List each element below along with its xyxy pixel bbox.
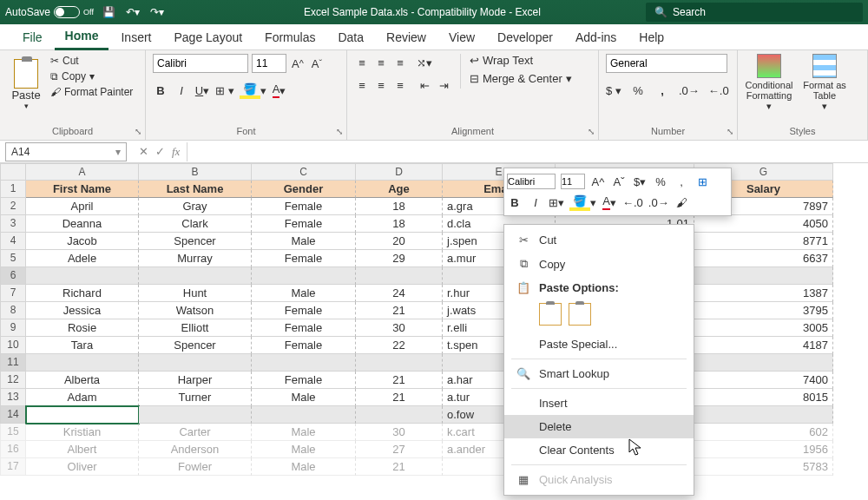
tab-formulas[interactable]: Formulas: [254, 25, 326, 49]
orientation-icon[interactable]: ⤭▾: [417, 54, 432, 71]
formula-input[interactable]: [187, 142, 868, 161]
cell[interactable]: [139, 406, 252, 424]
cell[interactable]: Male: [252, 233, 356, 250]
tab-add-ins[interactable]: Add-ins: [565, 25, 627, 49]
cell[interactable]: 29: [356, 250, 443, 267]
cell[interactable]: Male: [252, 458, 356, 476]
ctx-delete[interactable]: Delete: [504, 415, 694, 438]
cell[interactable]: Jacob: [26, 233, 139, 250]
increase-decimal-icon[interactable]: .0→: [648, 194, 669, 211]
tab-help[interactable]: Help: [628, 25, 674, 49]
cell[interactable]: 18: [356, 198, 443, 215]
cell[interactable]: 4050: [694, 215, 833, 233]
wrap-text-button[interactable]: ↩Wrap Text: [470, 54, 572, 67]
cell[interactable]: 5783: [694, 458, 833, 476]
font-name-select[interactable]: [153, 54, 248, 73]
cell[interactable]: 30: [356, 319, 443, 337]
paste-option-values[interactable]: [569, 303, 591, 326]
tab-developer[interactable]: Developer: [487, 25, 563, 49]
enter-icon[interactable]: ✓: [155, 145, 165, 159]
ctx-clear-contents[interactable]: Clear Contents: [504, 438, 694, 462]
cell[interactable]: [252, 406, 356, 424]
cell[interactable]: Spencer: [139, 233, 252, 250]
format-painter-icon[interactable]: 🖌: [674, 194, 690, 211]
align-right-icon[interactable]: ≡: [392, 76, 408, 94]
cell[interactable]: Rosie: [26, 319, 139, 337]
currency-icon[interactable]: $▾: [632, 173, 648, 190]
dialog-launcher-icon[interactable]: ⤡: [336, 127, 343, 136]
cell[interactable]: Harper: [139, 372, 252, 389]
cell[interactable]: Male: [252, 424, 356, 441]
cell[interactable]: 27: [356, 441, 443, 458]
cell[interactable]: Adele: [26, 250, 139, 267]
row-header[interactable]: 16: [0, 441, 26, 458]
cell[interactable]: Richard: [26, 285, 139, 302]
cell[interactable]: [139, 354, 252, 372]
cell[interactable]: Gender: [252, 181, 356, 198]
decrease-decimal-icon[interactable]: ←.0: [708, 82, 729, 99]
cell[interactable]: 21: [356, 389, 443, 406]
ctx-insert[interactable]: Insert: [504, 391, 694, 415]
paste-button[interactable]: Paste ▾: [7, 54, 45, 115]
currency-icon[interactable]: $ ▾: [606, 82, 621, 99]
cell[interactable]: Alberta: [26, 372, 139, 389]
fill-color-button[interactable]: 🪣▾: [569, 194, 596, 211]
font-size-select[interactable]: [252, 54, 286, 73]
table-icon[interactable]: ⊞: [694, 173, 710, 190]
comma-icon[interactable]: ,: [654, 82, 670, 99]
cell[interactable]: Gray: [139, 198, 252, 215]
copy-button[interactable]: ⧉Copy ▾: [49, 69, 135, 83]
cell[interactable]: 22: [356, 337, 443, 354]
increase-indent-icon[interactable]: ⇥: [436, 76, 451, 94]
increase-decimal-icon[interactable]: .0→: [679, 82, 700, 99]
column-header[interactable]: D: [356, 163, 443, 181]
underline-button[interactable]: U ▾: [194, 82, 210, 99]
cell[interactable]: Male: [252, 285, 356, 302]
select-all-corner[interactable]: [0, 163, 26, 181]
cell[interactable]: Male: [252, 441, 356, 458]
cell[interactable]: Fowler: [139, 458, 252, 476]
row-header[interactable]: 17: [0, 458, 26, 476]
cell[interactable]: Adam: [26, 389, 139, 406]
row-header[interactable]: 15: [0, 424, 26, 441]
cell[interactable]: 1387: [694, 285, 833, 302]
undo-icon[interactable]: ↶▾: [126, 6, 140, 18]
cell[interactable]: Oliver: [26, 458, 139, 476]
cell[interactable]: [139, 267, 252, 285]
column-header[interactable]: C: [252, 163, 356, 181]
cell[interactable]: [252, 267, 356, 285]
row-header[interactable]: 4: [0, 233, 26, 250]
font-color-button[interactable]: A▾: [602, 194, 617, 211]
cell[interactable]: [26, 354, 139, 372]
row-header[interactable]: 2: [0, 198, 26, 215]
fx-icon[interactable]: fx: [172, 145, 180, 159]
align-bottom-icon[interactable]: ≡: [392, 54, 408, 71]
align-left-icon[interactable]: ≡: [354, 76, 370, 94]
name-box[interactable]: A14▾: [5, 142, 127, 161]
decrease-indent-icon[interactable]: ⇤: [417, 76, 432, 94]
cell[interactable]: 3005: [694, 319, 833, 337]
cell[interactable]: Female: [252, 302, 356, 319]
decrease-decimal-icon[interactable]: ←.0: [622, 194, 643, 211]
border-button[interactable]: ⊞ ▾: [215, 82, 234, 99]
cell[interactable]: Anderson: [139, 441, 252, 458]
ctx-smart-lookup[interactable]: 🔍Smart Lookup: [504, 362, 694, 385]
cell[interactable]: [252, 354, 356, 372]
column-header[interactable]: B: [139, 163, 252, 181]
redo-icon[interactable]: ↷▾: [150, 6, 164, 18]
row-header[interactable]: 8: [0, 302, 26, 319]
cell[interactable]: Female: [252, 337, 356, 354]
cell[interactable]: [26, 406, 139, 424]
cut-button[interactable]: ✂Cut: [49, 54, 135, 68]
cell[interactable]: 21: [356, 372, 443, 389]
paste-option-default[interactable]: [539, 303, 562, 326]
cell[interactable]: Female: [252, 372, 356, 389]
row-header[interactable]: 12: [0, 372, 26, 389]
number-format-select[interactable]: [606, 54, 727, 73]
row-header[interactable]: 9: [0, 319, 26, 337]
font-color-button[interactable]: A ▾: [272, 82, 287, 99]
italic-button[interactable]: I: [174, 82, 189, 99]
cell[interactable]: 21: [356, 458, 443, 476]
cell[interactable]: [356, 267, 443, 285]
cell[interactable]: 21: [356, 302, 443, 319]
